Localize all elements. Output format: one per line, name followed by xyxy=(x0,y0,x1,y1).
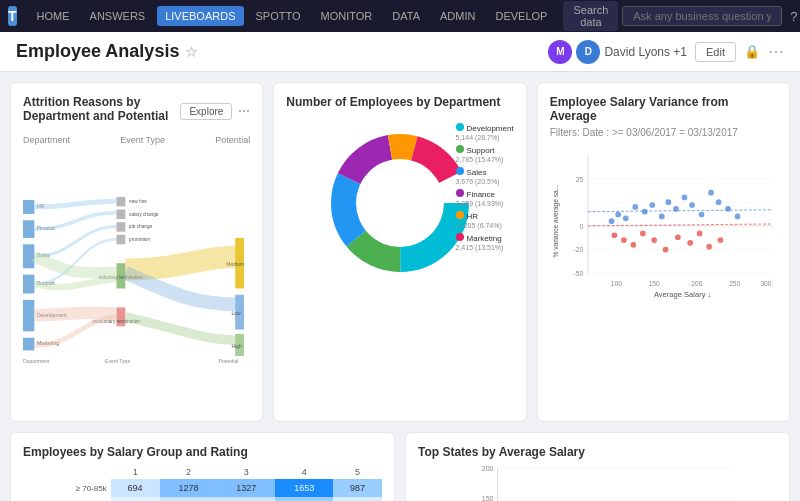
avatar-d: D xyxy=(576,40,600,64)
heatmap-row: 85-100k 248 509 468 826 386 xyxy=(36,497,382,501)
sankey-col1: Department xyxy=(23,135,70,145)
svg-text:% variance average sa...: % variance average sa... xyxy=(551,185,559,258)
svg-point-81 xyxy=(717,237,723,243)
lock-icon[interactable]: 🔒 xyxy=(744,44,760,59)
donut-chart-card: Number of Employees by Department Develo… xyxy=(273,82,526,422)
svg-rect-3 xyxy=(23,275,34,294)
col-2: 2 xyxy=(160,465,218,479)
svg-rect-0 xyxy=(23,200,34,214)
page-header: Employee Analysis ☆ M D David Lyons +1 E… xyxy=(0,32,800,72)
sankey-visualization: HR Finance Sales Support Development Mar… xyxy=(23,149,250,409)
col-1: 1 xyxy=(111,465,160,479)
svg-point-62 xyxy=(665,199,671,205)
sankey-explore-button[interactable]: Explore xyxy=(180,103,232,120)
avatar-m: M xyxy=(548,40,572,64)
search-data-button[interactable]: Search data xyxy=(563,1,618,31)
bar-visualization: 200 150 100 50 0 1 xyxy=(418,463,777,501)
svg-point-66 xyxy=(698,212,704,218)
nav-answers[interactable]: ANSWERS xyxy=(82,6,154,26)
page-title-text: Employee Analysis xyxy=(16,41,179,62)
svg-text:new hire: new hire xyxy=(129,199,147,204)
nav-home[interactable]: HOME xyxy=(29,6,78,26)
nav-right: ? M xyxy=(622,6,800,26)
bar-title: Top States by Average Salary xyxy=(418,445,777,459)
svg-point-74 xyxy=(640,231,646,237)
svg-rect-13 xyxy=(116,210,125,219)
main-content: Attrition Reasons by Department and Pote… xyxy=(0,72,800,501)
svg-rect-14 xyxy=(116,222,125,231)
svg-text:100: 100 xyxy=(610,280,621,287)
donut-title: Number of Employees by Department xyxy=(286,95,513,109)
charts-top-row: Attrition Reasons by Department and Pote… xyxy=(10,82,790,422)
col-4: 4 xyxy=(275,465,333,479)
svg-point-60 xyxy=(649,202,655,208)
logo[interactable]: T xyxy=(8,6,17,26)
svg-rect-15 xyxy=(116,235,125,244)
ask-input[interactable] xyxy=(622,6,782,26)
scatter-subtitle: Filters: Date : >= 03/06/2017 = 03/13/20… xyxy=(550,127,777,138)
nav-spotto[interactable]: SPOTTO xyxy=(248,6,309,26)
nav-liveboards[interactable]: LIVEBOARDS xyxy=(157,6,243,26)
help-icon[interactable]: ? xyxy=(790,9,797,24)
header-actions: M D David Lyons +1 Edit 🔒 ⋯ xyxy=(548,40,784,64)
sankey-more-icon[interactable]: ⋯ xyxy=(238,104,250,118)
svg-text:200: 200 xyxy=(482,465,494,472)
top-navigation: T HOME ANSWERS LIVEBOARDS SPOTTO MONITOR… xyxy=(0,0,800,32)
sankey-columns: Department Event Type Potential xyxy=(23,135,250,145)
svg-point-58 xyxy=(632,204,638,210)
svg-point-39 xyxy=(356,159,444,247)
svg-point-77 xyxy=(675,234,681,240)
nav-develop[interactable]: DEVELOP xyxy=(487,6,555,26)
svg-point-73 xyxy=(630,242,636,248)
svg-text:Department: Department xyxy=(23,358,50,364)
sankey-chart-card: Attrition Reasons by Department and Pote… xyxy=(10,82,263,422)
svg-text:200: 200 xyxy=(691,280,702,287)
svg-point-71 xyxy=(611,232,617,238)
svg-rect-12 xyxy=(116,197,125,206)
svg-rect-1 xyxy=(23,220,34,238)
svg-text:0: 0 xyxy=(579,223,583,230)
svg-point-55 xyxy=(608,218,614,224)
svg-rect-2 xyxy=(23,244,34,268)
svg-line-83 xyxy=(588,210,773,212)
sankey-col3: Potential xyxy=(215,135,250,145)
nav-admin[interactable]: ADMIN xyxy=(432,6,483,26)
svg-point-78 xyxy=(687,240,693,246)
svg-text:300: 300 xyxy=(760,280,771,287)
svg-point-64 xyxy=(681,195,687,201)
svg-text:job change: job change xyxy=(128,224,152,229)
favorite-star-icon[interactable]: ☆ xyxy=(185,44,198,60)
scatter-title: Employee Salary Variance from Average xyxy=(550,95,777,123)
svg-point-76 xyxy=(662,247,668,253)
svg-point-75 xyxy=(651,237,657,243)
svg-point-67 xyxy=(708,190,714,196)
nav-data[interactable]: DATA xyxy=(384,6,428,26)
svg-text:150: 150 xyxy=(482,495,494,501)
col-3: 3 xyxy=(217,465,275,479)
page-title-group: Employee Analysis ☆ xyxy=(16,41,198,62)
svg-point-69 xyxy=(725,206,731,212)
svg-point-61 xyxy=(659,214,665,220)
svg-text:25: 25 xyxy=(575,176,583,183)
nav-monitor[interactable]: MONITOR xyxy=(313,6,381,26)
avatar-group: M D David Lyons +1 xyxy=(548,40,687,64)
svg-rect-4 xyxy=(23,300,34,332)
svg-text:salary change: salary change xyxy=(129,212,159,217)
svg-point-70 xyxy=(734,214,740,220)
heatmap-title: Employees by Salary Group and Rating xyxy=(23,445,382,459)
user-name-label: David Lyons +1 xyxy=(604,45,687,59)
sankey-title: Attrition Reasons by Department and Pote… xyxy=(23,95,180,123)
col-5: 5 xyxy=(333,465,382,479)
scatter-chart-card: Employee Salary Variance from Average Fi… xyxy=(537,82,790,422)
donut-legend: Development 5,144 (28.7%) xyxy=(456,123,514,142)
svg-text:Event Type: Event Type xyxy=(105,358,130,364)
edit-button[interactable]: Edit xyxy=(695,42,736,62)
donut-visualization: Development 5,144 (28.7%) Support 2,785 … xyxy=(286,113,513,293)
svg-point-56 xyxy=(615,212,621,218)
svg-rect-5 xyxy=(23,338,34,351)
svg-point-57 xyxy=(623,215,629,221)
charts-middle-row: Employees by Salary Group and Rating Sal… xyxy=(10,432,790,501)
more-options-icon[interactable]: ⋯ xyxy=(768,42,784,61)
heatmap-row: ≥ 70-85k 694 1278 1327 1653 987 xyxy=(36,479,382,497)
svg-text:150: 150 xyxy=(648,280,659,287)
